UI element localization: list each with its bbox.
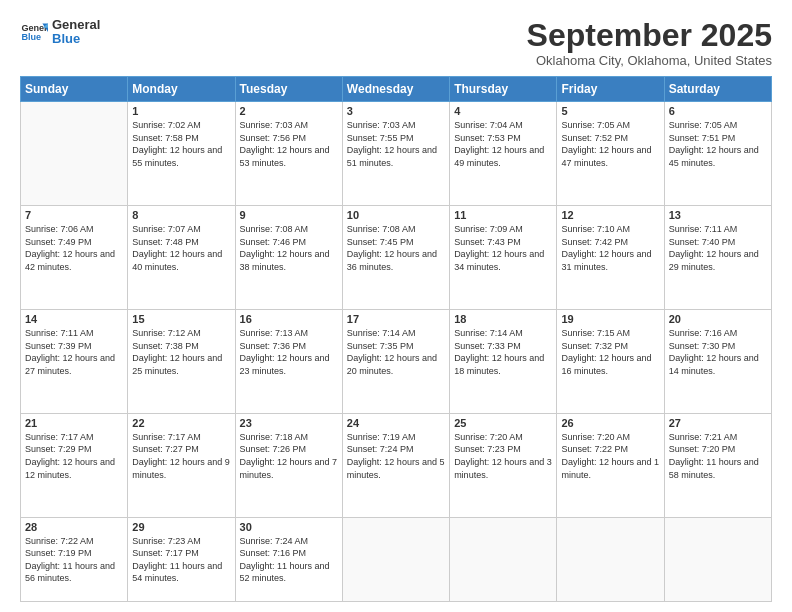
week-row-4: 21Sunrise: 7:17 AMSunset: 7:29 PMDayligh… (21, 413, 772, 517)
day-number: 29 (132, 521, 230, 533)
calendar-table: SundayMondayTuesdayWednesdayThursdayFrid… (20, 76, 772, 602)
day-info: Sunrise: 7:18 AMSunset: 7:26 PMDaylight:… (240, 431, 338, 481)
calendar-cell: 6Sunrise: 7:05 AMSunset: 7:51 PMDaylight… (664, 102, 771, 206)
day-number: 8 (132, 209, 230, 221)
day-info: Sunrise: 7:02 AMSunset: 7:58 PMDaylight:… (132, 119, 230, 169)
day-info: Sunrise: 7:22 AMSunset: 7:19 PMDaylight:… (25, 535, 123, 585)
day-info: Sunrise: 7:15 AMSunset: 7:32 PMDaylight:… (561, 327, 659, 377)
calendar-cell: 9Sunrise: 7:08 AMSunset: 7:46 PMDaylight… (235, 206, 342, 310)
day-info: Sunrise: 7:09 AMSunset: 7:43 PMDaylight:… (454, 223, 552, 273)
calendar-cell: 21Sunrise: 7:17 AMSunset: 7:29 PMDayligh… (21, 413, 128, 517)
col-header-friday: Friday (557, 77, 664, 102)
day-number: 20 (669, 313, 767, 325)
week-row-1: 1Sunrise: 7:02 AMSunset: 7:58 PMDaylight… (21, 102, 772, 206)
day-number: 30 (240, 521, 338, 533)
day-number: 26 (561, 417, 659, 429)
calendar-cell: 16Sunrise: 7:13 AMSunset: 7:36 PMDayligh… (235, 309, 342, 413)
day-info: Sunrise: 7:03 AMSunset: 7:55 PMDaylight:… (347, 119, 445, 169)
day-number: 6 (669, 105, 767, 117)
calendar-cell: 11Sunrise: 7:09 AMSunset: 7:43 PMDayligh… (450, 206, 557, 310)
calendar-cell: 24Sunrise: 7:19 AMSunset: 7:24 PMDayligh… (342, 413, 449, 517)
calendar-cell: 8Sunrise: 7:07 AMSunset: 7:48 PMDaylight… (128, 206, 235, 310)
day-info: Sunrise: 7:05 AMSunset: 7:52 PMDaylight:… (561, 119, 659, 169)
day-number: 12 (561, 209, 659, 221)
calendar-header-row: SundayMondayTuesdayWednesdayThursdayFrid… (21, 77, 772, 102)
day-info: Sunrise: 7:05 AMSunset: 7:51 PMDaylight:… (669, 119, 767, 169)
calendar-cell: 18Sunrise: 7:14 AMSunset: 7:33 PMDayligh… (450, 309, 557, 413)
day-number: 15 (132, 313, 230, 325)
col-header-thursday: Thursday (450, 77, 557, 102)
day-number: 21 (25, 417, 123, 429)
day-info: Sunrise: 7:08 AMSunset: 7:46 PMDaylight:… (240, 223, 338, 273)
calendar-cell: 7Sunrise: 7:06 AMSunset: 7:49 PMDaylight… (21, 206, 128, 310)
calendar-cell (664, 517, 771, 601)
calendar-cell: 12Sunrise: 7:10 AMSunset: 7:42 PMDayligh… (557, 206, 664, 310)
calendar-cell: 22Sunrise: 7:17 AMSunset: 7:27 PMDayligh… (128, 413, 235, 517)
week-row-2: 7Sunrise: 7:06 AMSunset: 7:49 PMDaylight… (21, 206, 772, 310)
logo-blue-text: Blue (52, 32, 100, 46)
day-info: Sunrise: 7:14 AMSunset: 7:33 PMDaylight:… (454, 327, 552, 377)
day-info: Sunrise: 7:20 AMSunset: 7:22 PMDaylight:… (561, 431, 659, 481)
calendar-cell (557, 517, 664, 601)
day-info: Sunrise: 7:10 AMSunset: 7:42 PMDaylight:… (561, 223, 659, 273)
day-info: Sunrise: 7:12 AMSunset: 7:38 PMDaylight:… (132, 327, 230, 377)
calendar-cell: 13Sunrise: 7:11 AMSunset: 7:40 PMDayligh… (664, 206, 771, 310)
day-number: 13 (669, 209, 767, 221)
day-info: Sunrise: 7:07 AMSunset: 7:48 PMDaylight:… (132, 223, 230, 273)
calendar-cell (21, 102, 128, 206)
day-number: 19 (561, 313, 659, 325)
calendar-cell (342, 517, 449, 601)
day-number: 1 (132, 105, 230, 117)
title-section: September 2025 Oklahoma City, Oklahoma, … (527, 18, 772, 68)
calendar-cell: 28Sunrise: 7:22 AMSunset: 7:19 PMDayligh… (21, 517, 128, 601)
day-info: Sunrise: 7:17 AMSunset: 7:29 PMDaylight:… (25, 431, 123, 481)
day-number: 27 (669, 417, 767, 429)
calendar-cell: 10Sunrise: 7:08 AMSunset: 7:45 PMDayligh… (342, 206, 449, 310)
calendar-cell: 23Sunrise: 7:18 AMSunset: 7:26 PMDayligh… (235, 413, 342, 517)
logo-icon: General Blue (20, 18, 48, 46)
header: General Blue General Blue September 2025… (20, 18, 772, 68)
logo-general-text: General (52, 18, 100, 32)
page: General Blue General Blue September 2025… (0, 0, 792, 612)
day-number: 18 (454, 313, 552, 325)
col-header-wednesday: Wednesday (342, 77, 449, 102)
day-number: 16 (240, 313, 338, 325)
day-info: Sunrise: 7:03 AMSunset: 7:56 PMDaylight:… (240, 119, 338, 169)
day-info: Sunrise: 7:04 AMSunset: 7:53 PMDaylight:… (454, 119, 552, 169)
calendar-cell: 17Sunrise: 7:14 AMSunset: 7:35 PMDayligh… (342, 309, 449, 413)
day-info: Sunrise: 7:11 AMSunset: 7:40 PMDaylight:… (669, 223, 767, 273)
location: Oklahoma City, Oklahoma, United States (527, 53, 772, 68)
svg-text:Blue: Blue (21, 33, 41, 43)
month-title: September 2025 (527, 18, 772, 53)
day-info: Sunrise: 7:17 AMSunset: 7:27 PMDaylight:… (132, 431, 230, 481)
logo: General Blue General Blue (20, 18, 100, 47)
day-info: Sunrise: 7:21 AMSunset: 7:20 PMDaylight:… (669, 431, 767, 481)
day-info: Sunrise: 7:14 AMSunset: 7:35 PMDaylight:… (347, 327, 445, 377)
calendar-cell: 29Sunrise: 7:23 AMSunset: 7:17 PMDayligh… (128, 517, 235, 601)
calendar-cell: 5Sunrise: 7:05 AMSunset: 7:52 PMDaylight… (557, 102, 664, 206)
day-info: Sunrise: 7:24 AMSunset: 7:16 PMDaylight:… (240, 535, 338, 585)
day-number: 7 (25, 209, 123, 221)
day-number: 9 (240, 209, 338, 221)
day-number: 28 (25, 521, 123, 533)
day-number: 25 (454, 417, 552, 429)
col-header-monday: Monday (128, 77, 235, 102)
day-info: Sunrise: 7:08 AMSunset: 7:45 PMDaylight:… (347, 223, 445, 273)
calendar-cell: 20Sunrise: 7:16 AMSunset: 7:30 PMDayligh… (664, 309, 771, 413)
day-info: Sunrise: 7:23 AMSunset: 7:17 PMDaylight:… (132, 535, 230, 585)
col-header-sunday: Sunday (21, 77, 128, 102)
week-row-5: 28Sunrise: 7:22 AMSunset: 7:19 PMDayligh… (21, 517, 772, 601)
day-number: 11 (454, 209, 552, 221)
calendar-cell: 30Sunrise: 7:24 AMSunset: 7:16 PMDayligh… (235, 517, 342, 601)
calendar-cell: 14Sunrise: 7:11 AMSunset: 7:39 PMDayligh… (21, 309, 128, 413)
col-header-saturday: Saturday (664, 77, 771, 102)
day-number: 22 (132, 417, 230, 429)
day-number: 5 (561, 105, 659, 117)
day-number: 24 (347, 417, 445, 429)
day-info: Sunrise: 7:16 AMSunset: 7:30 PMDaylight:… (669, 327, 767, 377)
calendar-cell: 26Sunrise: 7:20 AMSunset: 7:22 PMDayligh… (557, 413, 664, 517)
day-info: Sunrise: 7:19 AMSunset: 7:24 PMDaylight:… (347, 431, 445, 481)
calendar-cell: 2Sunrise: 7:03 AMSunset: 7:56 PMDaylight… (235, 102, 342, 206)
day-info: Sunrise: 7:06 AMSunset: 7:49 PMDaylight:… (25, 223, 123, 273)
day-info: Sunrise: 7:20 AMSunset: 7:23 PMDaylight:… (454, 431, 552, 481)
